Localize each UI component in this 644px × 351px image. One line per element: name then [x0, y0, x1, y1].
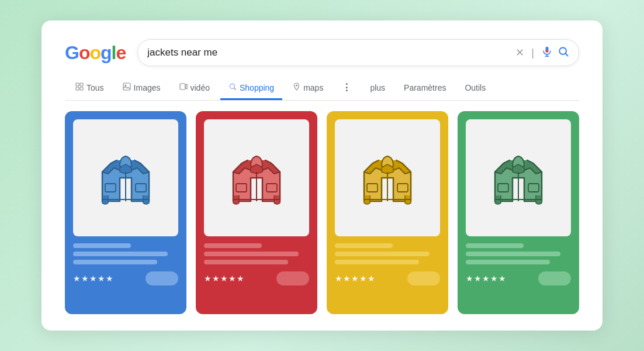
product-info-green — [466, 243, 571, 264]
shopping-icon — [228, 82, 237, 92]
nav-tabs: Tous Images vidéo Shopping — [65, 77, 579, 101]
product-footer-green: ★★★★★ — [466, 271, 571, 285]
product-line-1 — [466, 243, 524, 248]
divider: | — [531, 47, 534, 59]
product-footer-red: ★★★★★ — [204, 271, 309, 285]
product-info-red — [204, 243, 309, 264]
svg-line-14 — [234, 88, 236, 90]
rating-stars-green: ★★★★★ — [466, 274, 507, 283]
product-line-2 — [335, 252, 430, 256]
tab-more-dots[interactable]: ⋮ — [334, 77, 359, 101]
product-btn-red[interactable] — [276, 271, 309, 285]
tab-images[interactable]: Images — [115, 78, 169, 100]
tab-maps-label: maps — [303, 83, 323, 92]
svg-point-11 — [124, 85, 126, 87]
tab-parametres[interactable]: Paramètres — [396, 78, 454, 100]
more-dots-icon: ⋮ — [342, 82, 351, 93]
microphone-icon[interactable] — [541, 46, 553, 60]
search-query: jackets near me — [147, 47, 511, 58]
svg-line-5 — [566, 53, 568, 56]
svg-rect-12 — [180, 84, 185, 90]
product-card-green[interactable]: ★★★★★ — [458, 111, 579, 314]
svg-rect-10 — [123, 83, 130, 90]
product-btn-yellow[interactable] — [407, 271, 440, 285]
product-line-3 — [466, 260, 550, 264]
svg-rect-8 — [76, 87, 79, 90]
product-line-2 — [466, 252, 560, 256]
product-btn-blue[interactable] — [146, 271, 178, 285]
product-line-2 — [73, 252, 168, 256]
product-cards: ★★★★★ — [65, 111, 579, 314]
svg-rect-7 — [80, 83, 83, 86]
svg-rect-6 — [76, 83, 79, 86]
google-logo: Google — [65, 42, 126, 64]
search-icon[interactable] — [558, 46, 569, 60]
clear-icon[interactable]: ✕ — [515, 46, 524, 59]
tab-plus[interactable]: plus — [362, 78, 393, 100]
product-line-2 — [204, 252, 299, 256]
product-image-red — [204, 119, 309, 236]
product-line-3 — [204, 260, 288, 264]
tab-maps[interactable]: maps — [285, 78, 331, 100]
product-card-yellow[interactable]: ★★★★★ — [327, 111, 448, 314]
search-bar[interactable]: jackets near me ✕ | — [137, 39, 579, 66]
product-info-yellow — [335, 243, 440, 264]
browser-window: Google jackets near me ✕ | — [41, 20, 603, 331]
images-icon — [123, 82, 131, 92]
product-card-blue[interactable]: ★★★★★ — [65, 111, 186, 314]
product-btn-green[interactable] — [538, 271, 571, 285]
product-image-blue — [73, 119, 178, 236]
rating-stars-red: ★★★★★ — [204, 274, 245, 283]
tab-outils-label: Outils — [465, 83, 486, 92]
rating-stars-blue: ★★★★★ — [73, 274, 114, 283]
product-image-yellow — [335, 119, 440, 236]
product-line-3 — [73, 260, 157, 264]
svg-point-15 — [296, 85, 297, 87]
product-line-1 — [335, 243, 393, 248]
video-icon — [179, 82, 188, 92]
tab-tous[interactable]: Tous — [67, 78, 112, 100]
tab-video[interactable]: vidéo — [171, 78, 218, 100]
tab-video-label: vidéo — [191, 83, 210, 92]
tab-parametres-label: Paramètres — [404, 83, 446, 92]
header: Google jackets near me ✕ | — [65, 39, 579, 66]
product-footer-yellow: ★★★★★ — [335, 271, 440, 285]
rating-stars-yellow: ★★★★★ — [335, 274, 376, 283]
tab-shopping-label: Shopping — [240, 83, 274, 92]
product-footer-blue: ★★★★★ — [73, 271, 178, 285]
product-card-red[interactable]: ★★★★★ — [196, 111, 317, 314]
maps-icon — [293, 82, 300, 92]
tab-tous-label: Tous — [86, 83, 104, 92]
product-line-1 — [73, 243, 131, 248]
product-line-3 — [335, 260, 419, 264]
product-line-1 — [204, 243, 262, 248]
product-image-green — [466, 119, 571, 236]
tab-shopping[interactable]: Shopping — [220, 78, 282, 100]
svg-rect-9 — [80, 87, 83, 90]
tab-outils[interactable]: Outils — [456, 78, 494, 100]
product-info-blue — [73, 243, 178, 264]
tab-images-label: Images — [134, 83, 161, 92]
tab-plus-label: plus — [370, 83, 385, 92]
tous-icon — [75, 82, 84, 92]
